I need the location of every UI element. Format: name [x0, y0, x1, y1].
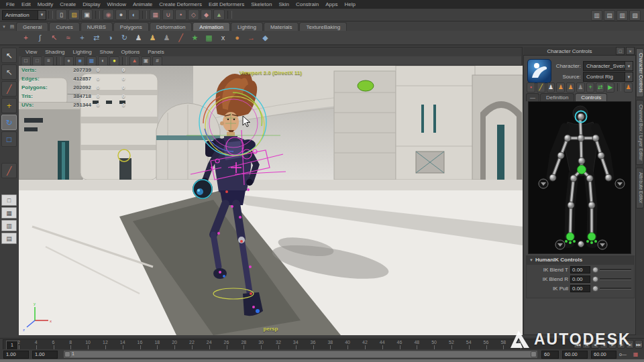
next-key-button[interactable]: ▶| — [626, 340, 634, 349]
shelf-ik-handle-icon[interactable]: ↖ — [48, 32, 60, 44]
ik-value-field[interactable]: 0.00 — [570, 266, 590, 274]
make-live-icon[interactable]: ▲ — [213, 9, 225, 20]
dock-tab-character-controls[interactable]: Character Controls — [636, 48, 644, 97]
go-to-end-button[interactable]: ▶▶| — [635, 340, 643, 349]
menu-create[interactable]: Create — [56, 1, 79, 7]
cc-add-keying-group-icon[interactable]: + — [586, 82, 595, 93]
camera-lock-icon[interactable]: □ — [32, 56, 42, 66]
snap-surface-icon[interactable]: ◆ — [201, 9, 212, 20]
layout-split[interactable]: ▥ — [1, 220, 17, 231]
animation-preferences-icon[interactable]: ▦ — [630, 349, 641, 360]
highlight-selection-icon[interactable]: ▥ — [591, 10, 602, 21]
joint-xray-icon[interactable]: # — [152, 56, 162, 66]
animation-end-field[interactable]: 60.00 — [591, 351, 616, 359]
menu-set-dropdown[interactable]: Animation ▼ — [2, 10, 46, 20]
menu-constrain[interactable]: Constrain — [292, 1, 322, 7]
snap-view-icon[interactable]: ◇ — [188, 9, 199, 20]
shelf-sculpt-icon[interactable]: ● — [231, 32, 244, 44]
cc-edit-icon[interactable]: ╱ — [537, 82, 545, 93]
ik-slider-handle[interactable] — [592, 286, 598, 292]
ik-slider-handle[interactable] — [592, 276, 598, 282]
smooth-shade-icon[interactable]: ■ — [75, 56, 85, 66]
cc-skeleton-view-icon[interactable]: ♟ — [547, 82, 555, 93]
undock-icon[interactable]: □ — [616, 47, 625, 55]
cc-retarget-icon[interactable]: ♟ — [566, 82, 575, 93]
shelf-ik-spline-icon[interactable]: ≈ — [62, 32, 74, 44]
shelf-tab-polygons[interactable]: Polygons — [113, 22, 149, 31]
shelf-connect-joint-icon[interactable]: ⇄ — [90, 32, 103, 44]
shelf-orient-joint-icon[interactable]: ↻ — [118, 32, 131, 44]
rotate-tool[interactable]: ↻ — [1, 115, 17, 130]
play-forwards-button[interactable]: ▶ — [608, 340, 616, 349]
shelf-constraint-icon[interactable]: ◆ — [259, 32, 272, 44]
current-frame-indicator[interactable]: 1 — [6, 341, 18, 350]
camera-attributes-icon[interactable]: ≡ — [44, 56, 54, 66]
select-object-icon[interactable]: ● — [115, 9, 127, 20]
new-scene-icon[interactable]: ▯ — [56, 9, 67, 20]
shelf-lattice-icon[interactable]: ▦ — [203, 32, 215, 44]
range-end-field[interactable]: 60 — [541, 351, 559, 359]
cc-tab-definition[interactable]: Definition — [540, 93, 574, 101]
shelf-tab-texturebaking[interactable]: TextureBaking — [299, 22, 347, 31]
snap-grid-icon[interactable]: ▦ — [150, 9, 161, 20]
cc-go-to-stance-icon[interactable]: ▶ — [606, 82, 614, 93]
shelf-tab-general[interactable]: General — [16, 22, 48, 31]
menu-file[interactable]: File — [3, 1, 18, 7]
playback-end-field[interactable]: 60.00 — [562, 351, 588, 359]
shelf-set-key-icon[interactable]: + — [19, 32, 32, 44]
ik-slider-track[interactable] — [600, 278, 631, 280]
menu-apps[interactable]: Apps — [322, 1, 341, 7]
ik-slider-track[interactable] — [600, 288, 631, 290]
source-dropdown[interactable]: Control Rig ▼ — [583, 72, 633, 82]
close-icon[interactable]: × — [626, 47, 635, 55]
snap-curve-icon[interactable]: ∪ — [162, 9, 174, 20]
shelf-blend-shape-icon[interactable]: ★ — [189, 32, 201, 44]
viewport-menu-panels[interactable]: Panels — [144, 49, 168, 55]
use-all-lights-icon[interactable]: ◐ — [98, 56, 108, 66]
select-hierarchy-icon[interactable]: ◉ — [103, 9, 114, 20]
shelf-bind-skin-icon[interactable]: ♟ — [146, 32, 159, 44]
shelf-tab-curves[interactable]: Curves — [49, 22, 79, 31]
time-slider[interactable]: 2468101214161820222426283032343638404244… — [0, 338, 644, 349]
dock-tab-attribute-editor[interactable]: Attribute Editor — [636, 168, 644, 208]
shelf-tab-menu-icon[interactable]: ▾ — [0, 23, 8, 31]
humanik-controls-header[interactable]: ▼HumanIK Controls — [527, 256, 634, 265]
layout-four[interactable]: ▦ — [1, 207, 17, 219]
prev-frame-button[interactable]: ◀| — [591, 340, 599, 349]
animation-start-field[interactable]: 1.00 — [3, 351, 29, 359]
go-to-start-button[interactable]: |◀◀ — [574, 340, 582, 349]
cc-body-part-icon[interactable]: ♟ — [624, 82, 633, 93]
cc-tab-controls[interactable]: Controls — [575, 93, 607, 101]
auto-keyframe-icon[interactable]: o— — [617, 349, 629, 360]
cc-select-mode-icon[interactable]: ▪ — [527, 82, 535, 93]
next-frame-button[interactable]: |▶ — [617, 340, 625, 349]
viewport-menu-show[interactable]: Show — [96, 49, 117, 55]
menu-skeleton[interactable]: Skeleton — [248, 1, 275, 7]
ik-value-field[interactable]: 0.00 — [570, 276, 590, 283]
lasso-select-tool[interactable]: ↖ — [1, 64, 17, 80]
shelf-detach-skin-icon[interactable]: ♟ — [160, 32, 173, 44]
shelf-tab-materials[interactable]: Materials — [264, 22, 299, 31]
humanik-character-picker[interactable] — [528, 101, 631, 254]
paint-select-tool[interactable]: ╱ — [1, 81, 17, 97]
menu-help[interactable]: Help — [341, 1, 358, 7]
shelf-tab-nurbs[interactable]: NURBS — [80, 22, 113, 31]
menu-window[interactable]: Window — [104, 1, 129, 7]
move-tool[interactable]: + — [1, 98, 17, 113]
play-backwards-button[interactable]: ◀ — [600, 340, 608, 349]
layout-outliner[interactable]: ▤ — [1, 233, 17, 244]
cc-character-view-icon[interactable]: ♟ — [556, 82, 565, 93]
open-scene-icon[interactable]: ▨ — [68, 9, 80, 20]
menu-create-deformers[interactable]: Create Deformers — [156, 1, 205, 7]
viewport-menu-shading[interactable]: Shading — [41, 49, 68, 55]
shelf-joint-tool-icon[interactable]: ∫ — [34, 32, 46, 44]
character-dropdown[interactable]: Character_Sven ▼ — [583, 61, 633, 71]
cc-mirror-icon[interactable]: ♟ — [576, 82, 585, 93]
shelf-mirror-joint-icon[interactable]: ◑ — [104, 32, 117, 44]
ik-slider-handle[interactable] — [592, 267, 598, 273]
range-slider[interactable]: 1 — [63, 350, 538, 359]
ik-value-field[interactable]: 0.00 — [570, 285, 590, 292]
shelf-menu-icon[interactable]: ▤ — [8, 23, 16, 31]
prev-key-button[interactable]: |◀ — [582, 340, 590, 349]
menu-animate[interactable]: Animate — [129, 1, 156, 7]
